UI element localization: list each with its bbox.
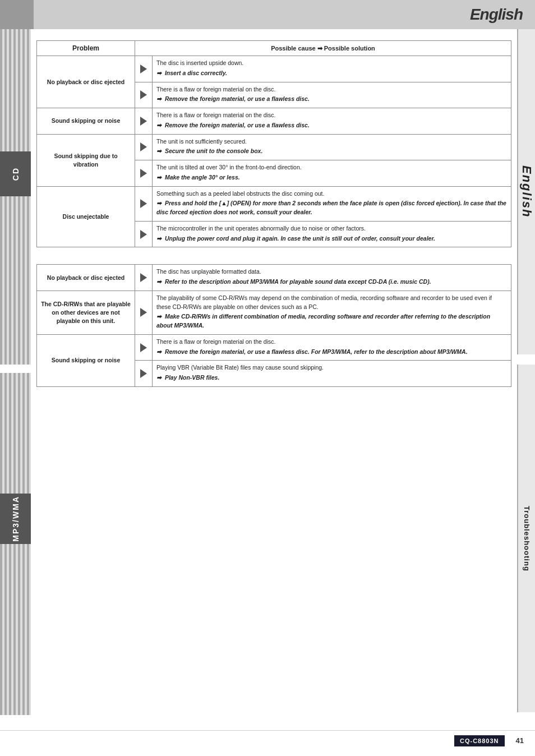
solution-line: ➡ Remove the foreign material, or use a … — [156, 348, 507, 357]
cause-line: There is a flaw or foreign material on t… — [156, 111, 507, 120]
model-badge: CQ-C8803N — [454, 735, 505, 746]
table-row: No playback or disc ejected The disc is … — [37, 56, 511, 82]
sol-arrow-icon: ➡ — [156, 121, 162, 130]
solution-line: ➡ Make CD-R/RWs in different combination… — [156, 312, 507, 330]
solution-line: ➡ Unplug the power cord and plug it agai… — [156, 234, 507, 243]
cd-cat-label: CD — [0, 151, 31, 196]
problem-cell-cdrw: The CD-R/RWs that are playable on other … — [37, 291, 135, 334]
triangle-arrow-icon — [140, 199, 147, 208]
arrow-cell — [135, 160, 153, 187]
arrow-cell — [135, 82, 153, 108]
solution-line: ➡ Refer to the description about MP3/WMA… — [156, 278, 507, 287]
right-label-troubleshooting: Troubleshooting — [517, 365, 535, 712]
main-content: Problem Possible cause ➡ Possible soluti… — [31, 29, 517, 396]
cause-line: There is a flaw or foreign material on t… — [156, 338, 507, 347]
solution-line: ➡ Make the angle 30° or less. — [156, 173, 507, 182]
page-wrapper: English English Troubleshooting CD MP3/W… — [0, 0, 535, 756]
triangle-arrow-icon — [140, 273, 147, 282]
table-header-row: Problem Possible cause ➡ Possible soluti… — [37, 41, 511, 56]
triangle-arrow-icon — [140, 369, 147, 378]
arrow-cell — [135, 186, 153, 221]
table-row: The CD-R/RWs that are playable on other … — [37, 291, 511, 334]
solution-line: ➡ Play Non-VBR files. — [156, 374, 507, 382]
sol-arrow-icon: ➡ — [156, 69, 162, 78]
cause-line: Playing VBR (Variable Bit Rate) files ma… — [156, 363, 507, 372]
solution-cell: There is a flaw or foreign material on t… — [153, 82, 511, 108]
solution-line: ➡ Press and hold the [▲] (OPEN) for more… — [156, 199, 507, 217]
solution-cell: The unit is not sufficiently secured. ➡ … — [153, 134, 511, 160]
solution-cell: Playing VBR (Variable Bit Rate) files ma… — [153, 361, 511, 387]
sol-arrow-icon: ➡ — [156, 147, 162, 156]
solution-cell: The playability of some CD-R/RWs may dep… — [153, 291, 511, 334]
sol-arrow-icon: ➡ — [156, 199, 162, 208]
triangle-arrow-icon — [140, 343, 147, 352]
cause-line: There is a flaw or foreign material on t… — [156, 85, 507, 94]
solution-cell: The microcontroller in the unit operates… — [153, 221, 511, 247]
solution-cell: The disc has unplayable formatted data. … — [153, 265, 511, 291]
arrow-cell — [135, 265, 153, 291]
table-row: No playback or disc ejected The disc has… — [37, 265, 511, 291]
table-row: Sound skipping due to vibration The unit… — [37, 134, 511, 160]
triangle-arrow-icon — [140, 64, 147, 73]
sol-arrow-icon: ➡ — [156, 348, 162, 357]
right-label-english: English — [517, 29, 535, 354]
cause-line: Something such as a peeled label obstruc… — [156, 190, 507, 199]
arrow-cell — [135, 108, 153, 135]
table-row: Disc unejectable Something such as a pee… — [37, 186, 511, 221]
sol-arrow-icon: ➡ — [156, 374, 162, 382]
cause-line: The disc is inserted upside down. — [156, 59, 507, 68]
arrow-cell — [135, 334, 153, 361]
triangle-arrow-icon — [140, 169, 147, 178]
solution-line: ➡ Remove the foreign material, or use a … — [156, 121, 507, 130]
triangle-arrow-icon — [140, 90, 147, 99]
english-label-top: English — [470, 6, 523, 24]
mp3wma-table: No playback or disc ejected The disc has… — [36, 264, 511, 387]
bottom-bar: CQ-C8803N 41 — [0, 730, 535, 750]
cause-line: The disc has unplayable formatted data. — [156, 268, 507, 276]
mp3wma-left-sidebar — [0, 373, 31, 715]
mp3wma-cat-label: MP3/WMA — [0, 494, 31, 544]
cause-line: The unit is not sufficiently secured. — [156, 137, 507, 146]
top-banner: English — [0, 0, 535, 29]
problem-cell-sound-skipping-noise-cd: Sound skipping or noise — [37, 108, 135, 135]
arrow-cell — [135, 56, 153, 82]
solution-cell: The unit is tilted at over 30° in the fr… — [153, 160, 511, 187]
table-row: Sound skipping or noise There is a flaw … — [37, 108, 511, 135]
solution-cell: Something such as a peeled label obstruc… — [153, 186, 511, 221]
sol-arrow-icon: ➡ — [156, 173, 162, 182]
section-divider — [36, 251, 511, 264]
table-row: Sound skipping or noise There is a flaw … — [37, 334, 511, 361]
cd-left-sidebar — [0, 29, 31, 365]
top-banner-stripe — [0, 0, 34, 29]
arrow-cell — [135, 221, 153, 247]
bold-solution: Possible solution — [324, 45, 375, 52]
sol-arrow-icon: ➡ — [156, 234, 162, 243]
solution-cell: The disc is inserted upside down. ➡ Inse… — [153, 56, 511, 82]
triangle-arrow-icon — [140, 117, 147, 126]
triangle-arrow-icon — [140, 308, 147, 317]
page-number: 41 — [516, 736, 524, 745]
col-solution-header: Possible cause ➡ Possible solution — [135, 41, 511, 56]
arrow-cell — [135, 134, 153, 160]
problem-cell-disc-unejectable: Disc unejectable — [37, 186, 135, 247]
solution-line: ➡ Insert a disc correctly. — [156, 69, 507, 78]
solution-line: ➡ Secure the unit to the console box. — [156, 147, 507, 156]
col-problem-header: Problem — [37, 41, 135, 56]
triangle-arrow-icon — [140, 230, 147, 239]
cause-line: The microcontroller in the unit operates… — [156, 224, 507, 233]
sol-arrow-icon: ➡ — [156, 95, 162, 104]
triangle-arrow-icon — [140, 142, 147, 151]
problem-cell-no-playback-mp3: No playback or disc ejected — [37, 265, 135, 291]
cause-line: The playability of some CD-R/RWs may dep… — [156, 294, 507, 312]
cd-table: Problem Possible cause ➡ Possible soluti… — [36, 40, 511, 247]
problem-cell-sound-skipping-vibration: Sound skipping due to vibration — [37, 134, 135, 186]
problem-cell-sound-skipping-mp3: Sound skipping or noise — [37, 334, 135, 386]
solution-cell: There is a flaw or foreign material on t… — [153, 108, 511, 135]
solution-line: ➡ Remove the foreign material, or use a … — [156, 95, 507, 104]
problem-cell-no-playback-cd: No playback or disc ejected — [37, 56, 135, 108]
arrow-cell — [135, 291, 153, 334]
sol-arrow-icon: ➡ — [156, 278, 162, 287]
arrow-cell — [135, 361, 153, 387]
solution-cell: There is a flaw or foreign material on t… — [153, 334, 511, 361]
sol-arrow-icon: ➡ — [156, 312, 162, 321]
